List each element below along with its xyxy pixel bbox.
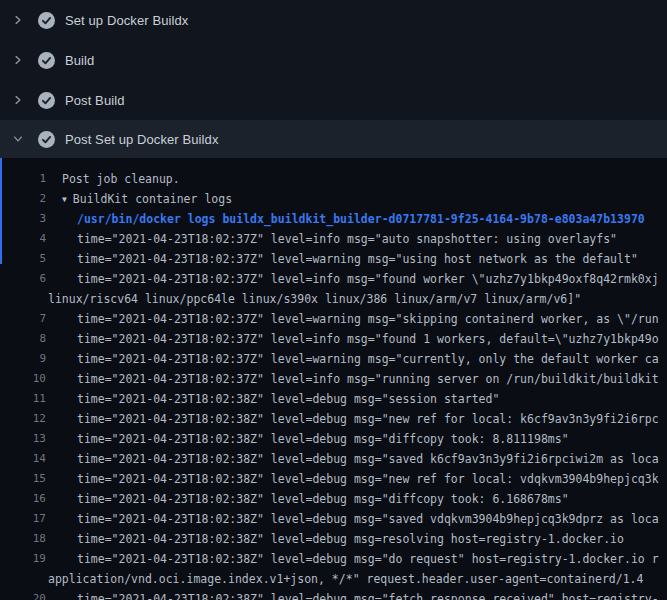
log-line-text: ▼time="2021-04-23T18:02:38Z" level=debug… [46, 589, 659, 600]
log-line-text: ▼time="2021-04-23T18:02:37Z" level=warni… [46, 309, 659, 329]
log-line: 7 ▼time="2021-04-23T18:02:37Z" level=war… [0, 309, 667, 329]
log-line: 10 ▼time="2021-04-23T18:02:37Z" level=in… [0, 369, 667, 389]
log-line-text: ▼time="2021-04-23T18:02:38Z" level=debug… [46, 389, 499, 409]
log-line-text: ▼application/vnd.oci.image.index.v1+json… [46, 569, 643, 589]
log-line: 12 ▼time="2021-04-23T18:02:38Z" level=de… [0, 409, 667, 429]
log-line-number[interactable]: 12 [0, 409, 46, 429]
log-line-text: ▼linux/riscv64 linux/ppc64le linux/s390x… [46, 289, 581, 309]
log-line-number[interactable]: 17 [0, 509, 46, 529]
log-line: 14 ▼time="2021-04-23T18:02:38Z" level=de… [0, 449, 667, 469]
log-line-number[interactable]: 16 [0, 489, 46, 509]
log-line: 5 ▼time="2021-04-23T18:02:37Z" level=war… [0, 249, 667, 269]
log-line-number[interactable]: 19 [0, 549, 46, 569]
log-line: 17 ▼time="2021-04-23T18:02:38Z" level=de… [0, 509, 667, 529]
log-line: 16 ▼time="2021-04-23T18:02:38Z" level=de… [0, 489, 667, 509]
chevron-right-icon[interactable] [12, 54, 24, 66]
step-row[interactable]: Post Build [0, 80, 667, 120]
log-line-text: ▼time="2021-04-23T18:02:38Z" level=debug… [46, 469, 659, 489]
log-line-text: ▼time="2021-04-23T18:02:38Z" level=debug… [46, 489, 569, 509]
log-line-number[interactable]: 15 [0, 469, 46, 489]
check-circle-icon [38, 92, 55, 109]
log-line: 2 ▼BuildKit container logs [0, 189, 667, 209]
log-line: 4 ▼time="2021-04-23T18:02:37Z" level=inf… [0, 229, 667, 249]
step-title: Post Build [65, 93, 125, 108]
log-line-text: ▼time="2021-04-23T18:02:38Z" level=debug… [46, 529, 624, 549]
log-line: 8 ▼time="2021-04-23T18:02:37Z" level=inf… [0, 329, 667, 349]
log-line-number[interactable]: 11 [0, 389, 46, 409]
log-line-number[interactable]: 18 [0, 529, 46, 549]
log-line-text: ▼time="2021-04-23T18:02:38Z" level=debug… [46, 509, 659, 529]
log-line: 20 ▼time="2021-04-23T18:02:38Z" level=de… [0, 589, 667, 600]
log-line-text: ▼/usr/bin/docker logs buildx_buildkit_bu… [46, 209, 645, 229]
chevron-down-icon[interactable] [12, 133, 24, 145]
chevron-right-icon[interactable] [12, 14, 24, 26]
step-title: Set up Docker Buildx [65, 13, 188, 28]
log-line-text: ▼time="2021-04-23T18:02:37Z" level=warni… [46, 349, 659, 369]
chevron-right-icon[interactable] [12, 94, 24, 106]
log-line: 6 ▼time="2021-04-23T18:02:37Z" level=inf… [0, 269, 667, 289]
log-line-text[interactable]: ▼BuildKit container logs [46, 189, 232, 209]
log-line: 15 ▼time="2021-04-23T18:02:38Z" level=de… [0, 469, 667, 489]
step-row[interactable]: Set up Docker Buildx [0, 0, 667, 40]
log-line-number[interactable]: 6 [0, 269, 46, 289]
log-line: 3 ▼/usr/bin/docker logs buildx_buildkit_… [0, 209, 667, 229]
step-row[interactable]: Build [0, 40, 667, 80]
log-panel: 1 ▼Post job cleanup. 2 ▼BuildKit contain… [0, 158, 667, 600]
log-lines: 1 ▼Post job cleanup. 2 ▼BuildKit contain… [0, 169, 667, 600]
log-line-number[interactable] [0, 569, 46, 589]
check-circle-icon [38, 131, 55, 148]
log-line-number[interactable]: 3 [0, 209, 46, 229]
log-line-text: ▼Post job cleanup. [46, 169, 180, 189]
log-line-text: ▼time="2021-04-23T18:02:37Z" level=info … [46, 329, 659, 349]
log-line-number[interactable]: 9 [0, 349, 46, 369]
log-line-number[interactable]: 13 [0, 429, 46, 449]
log-line: 19 ▼time="2021-04-23T18:02:38Z" level=de… [0, 549, 667, 569]
log-line-text: ▼time="2021-04-23T18:02:37Z" level=info … [46, 229, 617, 249]
step-title: Post Set up Docker Buildx [65, 132, 219, 147]
log-line-number[interactable]: 14 [0, 449, 46, 469]
log-line-number[interactable]: 20 [0, 589, 46, 600]
log-line-number[interactable]: 1 [0, 169, 46, 189]
log-line-number[interactable] [0, 289, 46, 309]
log-line-text: ▼time="2021-04-23T18:02:38Z" level=debug… [46, 449, 659, 469]
log-line-number[interactable]: 10 [0, 369, 46, 389]
actions-log-viewer: Set up Docker Buildx Build Post Buil [0, 0, 667, 600]
log-line-number[interactable]: 8 [0, 329, 46, 349]
triangle-down-icon[interactable]: ▼ [62, 190, 67, 209]
log-line: 11 ▼time="2021-04-23T18:02:38Z" level=de… [0, 389, 667, 409]
step-row[interactable]: Post Set up Docker Buildx [0, 120, 667, 158]
log-line-text: ▼time="2021-04-23T18:02:37Z" level=info … [46, 269, 659, 289]
log-line-text: ▼time="2021-04-23T18:02:38Z" level=debug… [46, 429, 569, 449]
log-line: 9 ▼time="2021-04-23T18:02:37Z" level=war… [0, 349, 667, 369]
log-line-text: ▼time="2021-04-23T18:02:38Z" level=debug… [46, 549, 659, 569]
steps-list: Set up Docker Buildx Build Post Buil [0, 0, 667, 158]
scroll-position-indicator [0, 158, 2, 264]
log-line: ▼linux/riscv64 linux/ppc64le linux/s390x… [0, 289, 667, 309]
step-title: Build [65, 53, 94, 68]
log-line: 1 ▼Post job cleanup. [0, 169, 667, 189]
log-line-number[interactable]: 2 [0, 189, 46, 209]
log-line: 18 ▼time="2021-04-23T18:02:38Z" level=de… [0, 529, 667, 549]
log-line-text: ▼time="2021-04-23T18:02:38Z" level=debug… [46, 409, 659, 429]
log-line-text: ▼time="2021-04-23T18:02:37Z" level=info … [46, 369, 659, 389]
log-line-text: ▼time="2021-04-23T18:02:37Z" level=warni… [46, 249, 638, 269]
check-circle-icon [38, 12, 55, 29]
log-line-number[interactable]: 7 [0, 309, 46, 329]
check-circle-icon [38, 52, 55, 69]
log-line: 13 ▼time="2021-04-23T18:02:38Z" level=de… [0, 429, 667, 449]
log-line: ▼application/vnd.oci.image.index.v1+json… [0, 569, 667, 589]
log-line-number[interactable]: 5 [0, 249, 46, 269]
log-line-number[interactable]: 4 [0, 229, 46, 249]
